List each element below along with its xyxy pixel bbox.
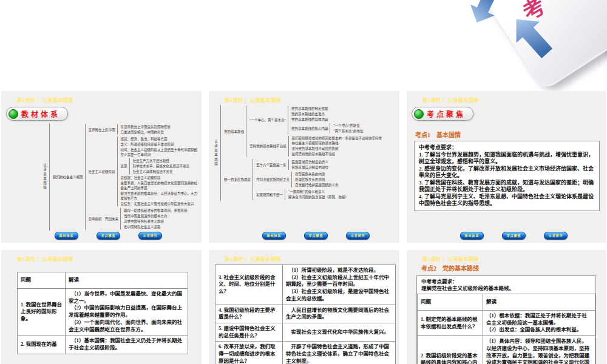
nav-button[interactable]: 考点聚焦 xyxy=(97,232,120,240)
tree-node-label: 社会生产力水平还比较低 xyxy=(132,158,171,163)
tree-node: 取得一切成绩和进步的根本原因、重要原因 xyxy=(123,208,189,213)
kaodian-heading: 考点2 党的基本路线 xyxy=(421,263,479,272)
tree-node: 认清基本国情党的基本路线“一个中心、两个基本点”党的基本路线的制定依据党的基本路… xyxy=(212,104,398,201)
nav-button[interactable]: 教材体系 xyxy=(460,232,484,240)
tree-children: 成就：经济、政治、科技等方面含义：所谓初级阶段就是不发达阶段时间：社会主义初级阶… xyxy=(117,136,200,206)
slide-header: 第2课时｜ 认清基本国情 xyxy=(17,255,73,262)
tree-node-label: 解决台湾问题的政治基础（原则、前提） xyxy=(287,195,350,200)
tree-node: 处理民族关系的原则 xyxy=(294,177,340,182)
table-cell: （1）具体内容：领导和团结全国各族人民，以经济建设为中心，坚持四项基本原则，坚持… xyxy=(483,336,595,364)
nav-button[interactable]: 中考探究 xyxy=(544,232,568,240)
nav-button[interactable]: 中考探究 xyxy=(138,232,162,240)
tree-node-label: 认清基本国情 xyxy=(41,163,49,190)
tree-node-label: 五十六个民族是一家 xyxy=(255,163,288,167)
mind-map: 认清基本国情党的基本路线“一个中心、两个基本点”党的基本路线的制定依据党的基本路… xyxy=(212,104,398,201)
table-row: 2. 我国现在的基 （1）基本国情：我国社会主义仍处于并将长期处于社会主义初级阶… xyxy=(18,335,188,354)
tree-node: 表现社会生产力水平还比较低科学技术水平、民族文化素质还不够高社会主义具体制度还不… xyxy=(120,158,200,175)
tree-node: 高举中国特色社会主义旗帜 xyxy=(123,219,189,224)
text-line: 理解党在社会主义初级阶段的基本路线。 xyxy=(421,285,591,292)
table-cell: 开辟了中国特色社会主义道路，形成了中国特色社会主义理论体系，确立了中国特色社会主… xyxy=(283,342,396,364)
tree-node-label: 坚持党的基本路线不动摇 xyxy=(248,144,288,149)
tree-node-label: 表现 xyxy=(120,164,129,169)
nav-button[interactable]: 中考探究 xyxy=(346,232,370,240)
table-header-cell: 问题 xyxy=(418,294,483,311)
requirements-lines: 中考考点要求：理解党在社会主义初级阶段的基本路线。 xyxy=(417,276,595,294)
tree-node-label: 世界舞台上的中国 xyxy=(87,127,117,132)
tree-node: 民族区域自治制度的地位 xyxy=(291,165,330,170)
tree-node-label: 我们取得辉煌成就的原因最根本的一条就是毫不动摇地坚持党在社会主义初级阶段的基本路… xyxy=(291,136,385,146)
nav-buttons: 教材体系考点聚焦中考探究 xyxy=(460,232,568,240)
arrow-icon xyxy=(504,8,558,64)
tree-node: 自觉履行维护民族团结的义务 xyxy=(294,183,340,187)
table-header-cell: 解读 xyxy=(483,294,595,311)
tree-node-label: 解决主要矛盾的根本途径：以经济建设为中心，大力发展生产力 xyxy=(120,191,200,201)
tree-children: 取得一切成绩和进步的根本原因、重要原因当代中国发展进步的根本方向高举中国特色社会… xyxy=(120,208,189,229)
table-cell: 2. 我国现在的基 xyxy=(18,335,66,354)
table-row: 3. 社会主义初级阶段的含义、时间、地位分别是什么？ （1）所谓初级阶段，就是不… xyxy=(215,265,396,305)
slide-thumbnail-1[interactable]: 第2课时｜ 认清基本国情 教材体系 认清基本国情我们的社会主义祖国世界舞台上的中… xyxy=(1,91,202,243)
slide-thumbnail-4[interactable]: 第2课时｜ 认清基本国情 问题解读1. 我国在世界舞台上良好的国际形象。 （1）… xyxy=(1,250,202,364)
tree-node: 社会主义具体制度还不完善 xyxy=(132,169,191,174)
nav-button[interactable]: 考点聚焦 xyxy=(502,232,526,240)
table-cell: （1）基本国情：我国社会主义仍处于并将长期处于社会主义初级阶段。 xyxy=(66,335,188,354)
tree-node-label: 如何坚持党的基本路线不动摇 xyxy=(291,152,337,157)
qa-table: 3. 社会主义初级阶段的含义、时间、地位分别是什么？ （1）所谓初级阶段，就是不… xyxy=(215,265,396,364)
section-badge-label: 教材体系 xyxy=(21,109,60,120)
tree-children: 我们取得辉煌成就的原因最根本的一条就是毫不动摇地坚持党在社会主义初级阶段的基本路… xyxy=(288,136,385,157)
tree-node: 党的基本路线的出发点 xyxy=(290,112,364,116)
nav-button[interactable]: 教材体系 xyxy=(55,232,78,240)
tree-node-label: 民族区域自治制度的地位 xyxy=(291,165,330,170)
tree-node-label: 共同浇灌民族团结之花 xyxy=(255,177,291,182)
tree-node-label: 民族区域自治制度的含义 xyxy=(291,160,330,164)
table-row: 1. 我国在世界舞台上良好的国际形象。 （1）当今世界，中国是发展最快、变化最大… xyxy=(18,289,188,335)
tree-node-label: 总依据：社会主义初级阶段 xyxy=(120,175,162,180)
tree-node-label: 高举旗帜 开创未来 xyxy=(87,217,120,221)
nav-button[interactable]: 考点聚焦 xyxy=(304,232,328,240)
tree-node-label: 坚持党的基本路线不动摇的原因 xyxy=(291,146,340,151)
table-row: 1. 制定党的基本路线的根本依据和出发点是什么？（1）根本依据：我国正处于并将长… xyxy=(418,311,595,336)
tree-node-label: 当代中国发展进步的根本方向 xyxy=(123,214,169,218)
tree-node: 时间：社会主义初级阶段从上世纪五十年代中期算起至少需要一百年时间 xyxy=(120,147,200,157)
qa-table: 问题解读1. 制定党的基本路线的根本依据和出发点是什么？（1）根本依据：我国正处… xyxy=(417,294,595,364)
slide-thumbnail-6[interactable]: 第2课时｜ 认清基本国情 考点2 党的基本路线 中考考点要求：理解党在社会主义初… xyxy=(407,250,606,364)
tree-node-label: 总任务：实现社会主义现代化和中华民族伟大复兴 xyxy=(120,201,195,206)
tree-node: 新型民族关系的内容 xyxy=(294,172,340,177)
tree-node: 坚持党的基本路线不动摇我们取得辉煌成就的原因最根本的一条就是毫不动摇地坚持党在社… xyxy=(248,135,385,157)
tree-node: 总依据：社会主义初级阶段 xyxy=(120,175,200,180)
table-row: 2. 我国初级阶段党的基本路线的具体内容和核心内容分别是什么？（1）具体内容：领… xyxy=(418,336,595,364)
nav-button[interactable]: 教材体系 xyxy=(262,232,286,240)
tree-node: 民族区域自治制度的含义 xyxy=(291,160,330,164)
tree-node-label: 高举中国特色社会主义旗帜 xyxy=(123,219,165,224)
tree-children: 社会生产力水平还比较低科学技术水平、民族文化素质还不够高社会主义具体制度还不完善 xyxy=(129,158,191,174)
tree-children: “一国两制”的含义和意义解决台湾问题的政治基础（原则、前提） xyxy=(285,189,350,200)
tree-children: 五十六个民族是一家民族区域自治制度的含义民族区域自治制度的地位共同浇灌民族团结之… xyxy=(253,159,350,200)
tree-node: 我们的社会主义祖国世界舞台上的中国在世界舞台上中国良好的国际形象与发达国家相比，… xyxy=(52,123,200,231)
tree-children: 在世界舞台上中国良好的国际形象与发达国家相比，中国的劣势 xyxy=(117,124,172,135)
tree-node: 我们取得辉煌成就的原因最根本的一条就是毫不动摇地坚持党在社会主义初级阶段的基本路… xyxy=(291,136,385,146)
tree-node: 成就：经济、政治、科技等方面 xyxy=(120,136,200,141)
tree-children: 党的基本路线“一个中心、两个基本点”党的基本路线的制定依据党的基本路线的出发点党… xyxy=(220,105,385,201)
tree-node-label: 主要矛盾：人民日益增长的物质文化需要同落后的社会生产之间的矛盾 xyxy=(120,181,200,190)
tree-node-label: “两个基本点”的地位 xyxy=(332,129,364,133)
slide-thumbnail-3[interactable]: 第2课时｜ 认清基本国情 考点聚焦 考点1 基本国情 中考考点要求：1. 了解当… xyxy=(407,91,606,243)
tree-node: 当代中国发展进步的根本方向 xyxy=(123,214,189,218)
tree-children: 新型民族关系的内容处理民族关系的原则自觉履行维护民族团结的义务 xyxy=(291,172,340,187)
tree-node-label: 党的基本路线 xyxy=(223,129,245,134)
tree-node-label: 自觉履行维护民族团结的义务 xyxy=(294,183,340,187)
tree-node: 在世界舞台上中国良好的国际形象 xyxy=(120,124,172,129)
tree-node: 主要矛盾：人民日益增长的物质文化需要同落后的社会生产之间的矛盾 xyxy=(120,181,200,190)
text-line: 3. 了解我国在科技、教育发展方面的成就，知道与发达国家的差距；明确我国正处于并… xyxy=(419,180,595,194)
section-badge: 考点聚焦 xyxy=(412,107,473,121)
table-header-cell: 问题 xyxy=(18,272,66,289)
nav-buttons: 教材体系考点聚焦中考探究 xyxy=(262,232,370,240)
table-cell: （1）根本依据：我国正处于并将长期处于社会主义初级阶段这一基本国情。 （2）出发… xyxy=(483,311,595,336)
tree-node-label: 认清基本国情 xyxy=(212,140,220,167)
table-cell: 6. 改革开放以来，我们取得一切成绩和进步的根本原因是什么？ xyxy=(215,342,283,364)
arrow-icon xyxy=(464,0,504,28)
tree-node: 党的基本路线“一个中心、两个基本点”党的基本路线的制定依据党的基本路线的出发点党… xyxy=(223,105,385,158)
tree-node-label: 党的基本路线的制定依据 xyxy=(290,106,330,111)
tree-node: 党的基本路线的核心内容“一个中心”的地位“两个基本点”的地位 xyxy=(290,123,364,134)
slide-thumbnail-5[interactable]: 第2课时｜ 认清基本国情 3. 社会主义初级阶段的含义、时间、地位分别是什么？ … xyxy=(209,250,399,364)
tree-node: 社会生产力水平还比较低 xyxy=(132,158,191,163)
slide-thumbnail-2[interactable]: 第2课时｜ 认清基本国情 认清基本国情党的基本路线“一个中心、两个基本点”党的基… xyxy=(209,91,399,243)
